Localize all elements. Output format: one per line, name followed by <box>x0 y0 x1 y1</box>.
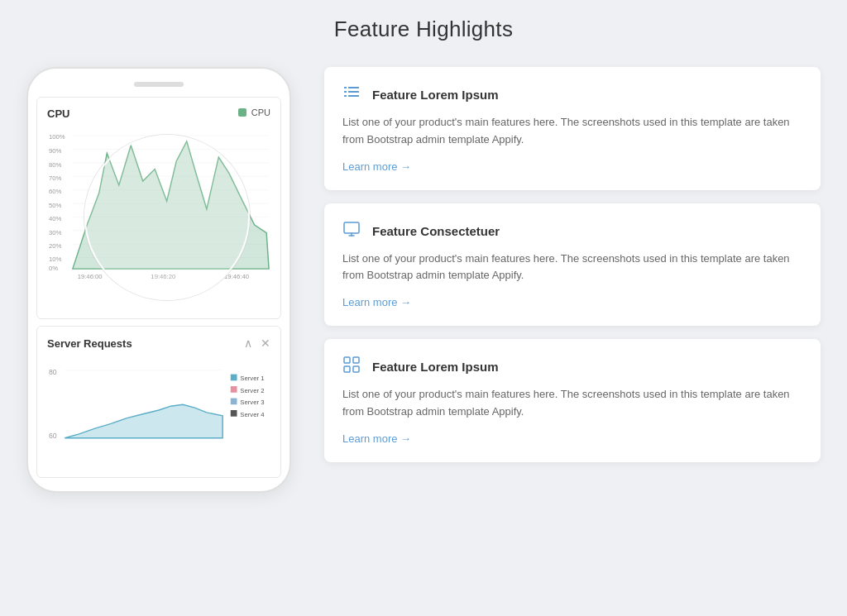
feature-card-2-header: Feature Consectetuer <box>342 220 802 242</box>
phone-mockup: CPU CPU 100% 90% 80% 70% 60% 50% 40% <box>26 67 291 493</box>
feature-1-title: Feature Lorem Ipsum <box>372 88 499 102</box>
cpu-chart-container: 100% 90% 80% 70% 60% 50% 40% 30% 20% 10%… <box>47 127 270 308</box>
svg-rect-42 <box>348 91 359 93</box>
feature-card-2: Feature Consectetuer List one of your pr… <box>324 203 821 327</box>
svg-rect-35 <box>231 399 237 405</box>
cpu-chart-svg: 100% 90% 80% 70% 60% 50% 40% 30% 20% 10%… <box>47 127 270 284</box>
feature-3-title: Feature Lorem Ipsum <box>372 360 499 374</box>
svg-rect-39 <box>344 87 347 88</box>
svg-text:Server 1: Server 1 <box>240 375 264 382</box>
server-card-actions: ∧ ✕ <box>244 337 270 350</box>
svg-rect-40 <box>348 87 359 88</box>
svg-rect-44 <box>348 95 359 97</box>
feature-card-3: Feature Lorem Ipsum List one of your pro… <box>324 339 821 462</box>
svg-text:Server 2: Server 2 <box>240 387 264 394</box>
svg-text:20%: 20% <box>49 242 62 250</box>
svg-text:19:46:00: 19:46:00 <box>78 273 103 280</box>
svg-text:70%: 70% <box>49 174 62 182</box>
svg-rect-43 <box>344 95 347 97</box>
svg-text:10%: 10% <box>49 255 62 263</box>
page-title: Feature Highlights <box>334 17 513 42</box>
server-card-header: Server Requests ∧ ✕ <box>47 337 270 350</box>
collapse-icon[interactable]: ∧ <box>244 337 252 350</box>
svg-rect-33 <box>231 386 237 393</box>
svg-text:60%: 60% <box>49 189 62 196</box>
svg-text:0%: 0% <box>49 265 58 272</box>
svg-text:19:46:40: 19:46:40 <box>224 273 249 280</box>
grid-icon <box>342 356 362 378</box>
phone-speaker <box>134 82 184 87</box>
svg-text:100%: 100% <box>49 133 65 141</box>
feature-1-desc: List one of your product's main features… <box>342 114 802 149</box>
svg-text:50%: 50% <box>49 202 62 209</box>
feature-card-1: Feature Lorem Ipsum List one of your pro… <box>324 67 821 190</box>
svg-rect-50 <box>344 366 350 372</box>
svg-text:40%: 40% <box>49 215 62 222</box>
svg-text:80%: 80% <box>49 161 62 169</box>
svg-text:19:46:20: 19:46:20 <box>151 273 175 280</box>
server-chart-svg: 80 60 Server 1 Server 2 Server 3 Server … <box>47 356 270 464</box>
feature-3-learn-more[interactable]: Learn more → <box>342 432 411 445</box>
svg-rect-41 <box>344 91 347 93</box>
content-area: CPU CPU 100% 90% 80% 70% 60% 50% 40% <box>26 67 821 493</box>
svg-marker-22 <box>73 141 269 269</box>
close-icon[interactable]: ✕ <box>261 337 270 350</box>
svg-text:80: 80 <box>49 368 57 376</box>
feature-card-1-header: Feature Lorem Ipsum <box>342 84 802 106</box>
svg-rect-49 <box>353 357 359 363</box>
feature-2-title: Feature Consectetuer <box>372 224 500 238</box>
cpu-legend: CPU <box>238 107 270 117</box>
monitor-icon <box>342 220 362 242</box>
feature-2-learn-more[interactable]: Learn more → <box>342 296 411 308</box>
svg-rect-48 <box>344 357 350 363</box>
feature-2-desc: List one of your product's main features… <box>342 251 802 285</box>
cpu-chart-card: CPU CPU 100% 90% 80% 70% 60% 50% 40% <box>36 97 281 319</box>
feature-3-desc: List one of your product's main features… <box>342 386 802 421</box>
svg-rect-51 <box>353 366 359 372</box>
server-card-title: Server Requests <box>47 337 132 350</box>
cpu-legend-dot <box>238 108 246 117</box>
feature-cards: Feature Lorem Ipsum List one of your pro… <box>324 67 821 462</box>
server-chart-card: Server Requests ∧ ✕ 80 60 Server 1 <box>36 326 281 478</box>
svg-rect-37 <box>231 410 237 417</box>
svg-text:Server 3: Server 3 <box>240 399 264 406</box>
feature-1-learn-more[interactable]: Learn more → <box>342 160 411 173</box>
svg-text:30%: 30% <box>49 229 62 236</box>
svg-text:60: 60 <box>49 432 57 440</box>
svg-rect-45 <box>344 222 359 233</box>
svg-rect-31 <box>231 375 237 381</box>
svg-marker-30 <box>65 404 223 438</box>
svg-text:90%: 90% <box>49 147 62 155</box>
cpu-chart-title: CPU <box>47 107 69 120</box>
list-icon <box>342 84 362 106</box>
cpu-legend-label: CPU <box>251 107 270 117</box>
svg-text:Server 4: Server 4 <box>240 411 265 418</box>
feature-card-3-header: Feature Lorem Ipsum <box>342 356 802 378</box>
